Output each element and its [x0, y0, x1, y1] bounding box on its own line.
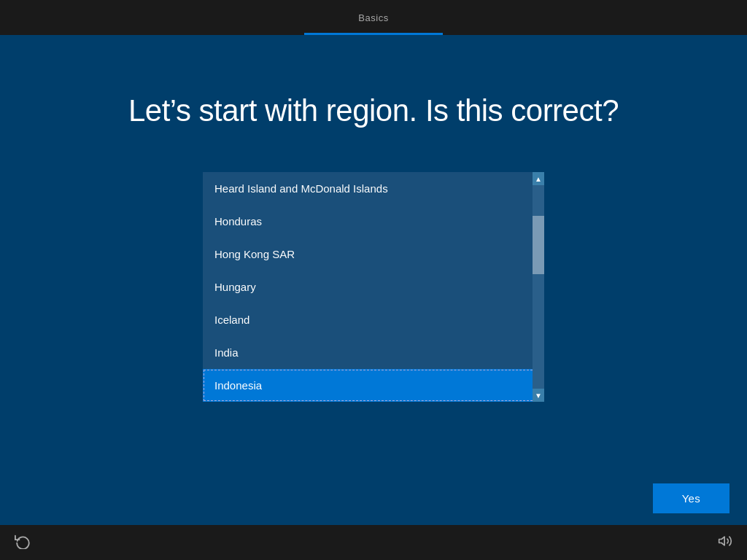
- top-bar: Basics: [0, 0, 747, 35]
- list-item-honduras[interactable]: Honduras: [203, 205, 544, 238]
- scrollbar-thumb[interactable]: [533, 216, 544, 274]
- list-item-indonesia[interactable]: Indonesia: [203, 369, 544, 402]
- page-heading: Let’s start with region. Is this correct…: [128, 93, 619, 128]
- top-bar-underline: [304, 33, 443, 35]
- list-item-heard-island[interactable]: Heard Island and McDonald Islands: [203, 172, 544, 205]
- svg-marker-0: [719, 537, 725, 545]
- top-bar-title: Basics: [358, 12, 388, 23]
- main-content: Let’s start with region. Is this correct…: [0, 35, 747, 525]
- region-list: Heard Island and McDonald IslandsHondura…: [203, 172, 544, 402]
- refresh-icon[interactable]: [15, 533, 31, 553]
- scrollbar-arrow-down[interactable]: ▼: [533, 389, 544, 402]
- bottom-bar: [0, 525, 747, 560]
- volume-icon[interactable]: [718, 534, 732, 552]
- list-item-hong-kong-sar[interactable]: Hong Kong SAR: [203, 238, 544, 271]
- list-item-india[interactable]: India: [203, 336, 544, 369]
- list-item-iceland[interactable]: Iceland: [203, 303, 544, 336]
- scrollbar-arrow-up[interactable]: ▲: [533, 172, 544, 185]
- list-item-hungary[interactable]: Hungary: [203, 271, 544, 303]
- yes-button[interactable]: Yes: [653, 483, 729, 513]
- region-dropdown[interactable]: Heard Island and McDonald IslandsHondura…: [203, 172, 544, 402]
- scrollbar-track: ▲ ▼: [533, 172, 544, 402]
